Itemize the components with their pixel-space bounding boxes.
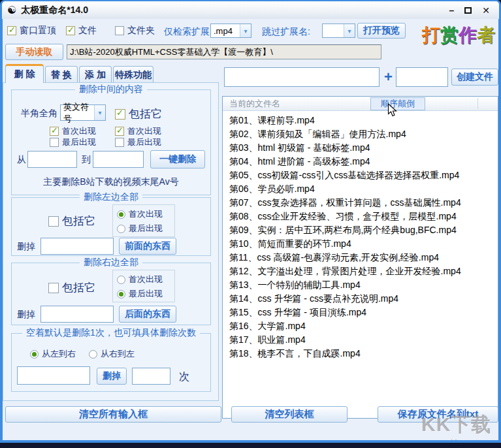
- file-list-item[interactable]: 第13、一个特别的辅助工具.mp4: [229, 278, 498, 292]
- topmost-checkbox-box[interactable]: [7, 26, 16, 35]
- ltr-radio[interactable]: 从左到右: [30, 348, 76, 360]
- middle-hint-text: 主要删除B站下载的视频末尾Av号: [43, 176, 178, 188]
- include-checkbox-right[interactable]: 包括它: [48, 280, 95, 295]
- file-list-item[interactable]: 第14、css 升华篇 - css要点补充说明.mp4: [229, 292, 498, 306]
- file-list-item[interactable]: 第09、实例：居中五环,两栏布局,两个经典bug,BFC.mp4: [229, 223, 498, 237]
- tab-special[interactable]: 特殊功能: [113, 66, 154, 83]
- maximize-button[interactable]: [464, 7, 472, 14]
- left-last-radio-circle[interactable]: [117, 225, 125, 233]
- left-last-radio[interactable]: 最后出现: [117, 223, 163, 234]
- left-first-radio[interactable]: 首次出现: [117, 208, 163, 220]
- topmost-checkbox[interactable]: 窗口置顶: [7, 25, 56, 37]
- donate-char: 打: [422, 23, 440, 48]
- delete-front-button[interactable]: 前面的东西: [119, 238, 176, 255]
- file-list-item[interactable]: 第02、课前须知及「编辑器」使用方法.mp4: [229, 127, 498, 141]
- include-checkbox-box[interactable]: [48, 216, 59, 227]
- ltr-label: 从左到右: [42, 348, 76, 360]
- ext-filter-select[interactable]: .mp4 ▾: [210, 24, 251, 38]
- count-text-input[interactable]: [17, 366, 90, 385]
- file-list-item[interactable]: 第07、css复杂选择器，权重计算问题，css基础属性.mp4: [229, 196, 498, 210]
- clear-list-button[interactable]: 清空列表框: [231, 406, 347, 423]
- file-checkbox-box[interactable]: [66, 26, 75, 35]
- to-last-checkbox-box[interactable]: [115, 138, 124, 147]
- rtl-radio[interactable]: 从右到左: [89, 348, 135, 360]
- symbol-select[interactable]: 英文符号 ▾: [60, 104, 106, 121]
- one-key-delete-button[interactable]: 一键删除: [150, 150, 205, 168]
- folder-checkbox[interactable]: 文件夹: [115, 25, 155, 37]
- right-first-radio-circle[interactable]: [117, 276, 125, 284]
- to-first-checkbox[interactable]: 首次出现: [115, 125, 161, 137]
- occurrence-box: 首次出现 最后出现: [112, 204, 175, 237]
- right-last-radio-circle[interactable]: [117, 290, 125, 298]
- file-list-header[interactable]: 当前的文件名 顺序颠倒: [223, 97, 498, 111]
- file-list-item[interactable]: 第12、文字溢出处理，背景图片处理，企业开发经验.mp4: [229, 264, 498, 278]
- delete-back-button[interactable]: 后面的东西: [119, 306, 176, 323]
- to-first-checkbox-box[interactable]: [115, 127, 124, 136]
- delete-right-input[interactable]: [40, 306, 114, 323]
- from-first-label: 首次出现: [62, 125, 96, 137]
- file-list-item[interactable]: 第16、大学篇.mp4: [229, 319, 498, 333]
- right-last-radio[interactable]: 最后出现: [117, 288, 163, 300]
- manual-read-button[interactable]: 手动读取: [5, 44, 63, 60]
- file-list-item[interactable]: 第10、简短而重要的环节.mp4: [229, 237, 498, 251]
- clear-all-inputs-button[interactable]: 清空所有输入框: [5, 406, 221, 423]
- chevron-down-icon[interactable]: ▾: [94, 105, 105, 120]
- file-list: 当前的文件名 顺序颠倒 第01、课程前导.mp4第02、课前须知及「编辑器」使用…: [222, 96, 498, 419]
- group-delete-count: 空着默认是删除1次，也可填具体删除次数 从左到右 从右到左 删掉 次: [11, 333, 211, 392]
- to-input[interactable]: [93, 151, 144, 168]
- file-checkbox[interactable]: 文件: [66, 25, 97, 37]
- reverse-order-button[interactable]: 顺序颠倒: [370, 97, 425, 110]
- new-ext-input[interactable]: [396, 67, 448, 87]
- close-button[interactable]: ✕: [482, 6, 490, 15]
- include-checkbox-left[interactable]: 包括它: [48, 214, 95, 229]
- include-checkbox-box[interactable]: [115, 109, 125, 120]
- include-checkbox-middle[interactable]: 包括它: [115, 106, 162, 121]
- kkx-url-watermark: www.kkx.net: [430, 438, 477, 440]
- include-checkbox-label: 包括它: [62, 280, 95, 295]
- file-list-item[interactable]: 第11、css 高级篇-包裹浮动元素,开发实例,经验.mp4: [229, 251, 498, 264]
- open-preview-button[interactable]: 打开预览: [357, 23, 406, 39]
- save-names-to-txt-button[interactable]: 保存原文件名到txt: [378, 406, 498, 423]
- file-list-item[interactable]: 第08、css企业开发经验、习惯，盒子模型，层模型.mp4: [229, 210, 498, 223]
- file-list-item[interactable]: 第18、桃李不言，下自成蹊.mp4: [229, 347, 498, 360]
- file-list-item[interactable]: 第03、html 初级篇 - 基础标签.mp4: [229, 141, 498, 155]
- ext-filter-value: .mp4: [211, 24, 240, 37]
- folder-checkbox-box[interactable]: [115, 26, 124, 35]
- minimize-button[interactable]: –: [449, 6, 454, 15]
- create-file-button[interactable]: 创建文件: [451, 69, 498, 86]
- right-first-radio[interactable]: 首次出现: [117, 274, 163, 285]
- file-list-item[interactable]: 第06、学员必听.mp4: [229, 182, 498, 196]
- chevron-down-icon[interactable]: ▾: [240, 24, 251, 37]
- to-last-checkbox[interactable]: 最后出现: [115, 136, 161, 148]
- file-list-item[interactable]: 第17、职业篇.mp4: [229, 333, 498, 347]
- tab-replace[interactable]: 替 换: [45, 66, 78, 83]
- include-checkbox-box[interactable]: [48, 283, 59, 293]
- chevron-down-icon[interactable]: ▾: [344, 24, 355, 37]
- file-list-item[interactable]: 第15、css 升华篇 - 项目演练.mp4: [229, 306, 498, 319]
- count-delete-button[interactable]: 删掉: [97, 368, 127, 385]
- skip-ext-label: 跳过扩展名:: [262, 26, 310, 38]
- tab-add[interactable]: 添 加: [79, 66, 112, 83]
- left-first-radio-circle[interactable]: [117, 210, 125, 219]
- from-first-checkbox[interactable]: 首次出现: [50, 125, 96, 137]
- from-first-checkbox-box[interactable]: [50, 127, 59, 136]
- ltr-radio-circle[interactable]: [30, 350, 39, 359]
- path-input[interactable]: [67, 44, 381, 59]
- delete-left-input[interactable]: [40, 238, 114, 255]
- from-last-checkbox[interactable]: 最后出现: [50, 136, 96, 148]
- file-list-item[interactable]: 第04、html 进阶篇 - 高级标签.mp4: [229, 155, 498, 168]
- file-list-item[interactable]: 第05、css初级篇-css引入css基础选择器选择器权重.mp4: [229, 168, 498, 182]
- rtl-radio-circle[interactable]: [89, 350, 97, 359]
- times-label: 次: [179, 370, 189, 384]
- from-last-checkbox-box[interactable]: [50, 138, 59, 147]
- file-list-item[interactable]: 第01、课程前导.mp4: [229, 114, 498, 127]
- count-number-input[interactable]: [132, 368, 170, 385]
- donate-char: 赏: [440, 23, 459, 48]
- from-input[interactable]: [27, 151, 77, 168]
- delete-tab-panel: 删除中间的内容 半角全角 英文符号 ▾ 包括它 首次出现 最后出现: [3, 82, 219, 401]
- skip-ext-select[interactable]: ▾: [322, 24, 355, 38]
- group-delete-left-title: 删除左边全部: [80, 191, 142, 203]
- new-name-input[interactable]: [224, 67, 380, 87]
- tab-delete[interactable]: 删 除: [5, 64, 44, 83]
- donate-author-logo[interactable]: 打 赏 作 者: [418, 21, 498, 50]
